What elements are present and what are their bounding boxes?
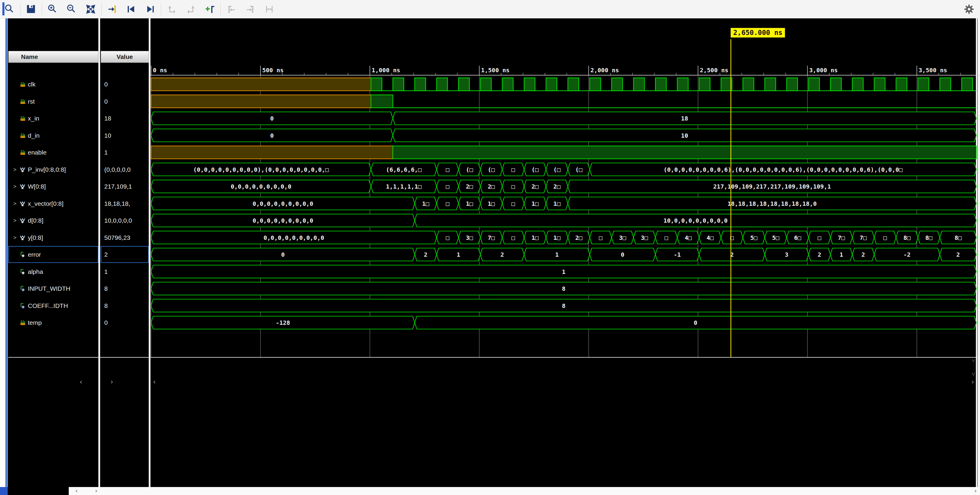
signal-value-INPUT_WIDTH[interactable]: 8 (101, 280, 149, 297)
toolbar-separator (101, 3, 102, 15)
signal-value-temp[interactable]: 0 (101, 314, 149, 331)
expand-icon[interactable]: > (12, 235, 18, 241)
bus-segment-label: □ (665, 234, 668, 241)
signal-row-error[interactable]: error (8, 246, 99, 263)
var-blue-icon (19, 303, 26, 309)
signal-row-P_inv[0:8,0:8][interactable]: >P_inv[0:8,0:8] (8, 161, 99, 178)
panel-accent-border (5, 18, 7, 487)
signal-value-error[interactable]: 2 (101, 246, 149, 263)
signal-row-y[0:8][interactable]: >y[0:8] (8, 229, 99, 246)
toolbar-separator (161, 3, 161, 15)
signal-name-label: clk (28, 81, 35, 88)
signal-value-enable[interactable]: 1 (101, 144, 149, 161)
signal-value-y[0:8][interactable]: 50796,23 (101, 229, 149, 246)
next-transition-icon[interactable] (141, 2, 160, 17)
signal-value-x_in[interactable]: 18 (101, 110, 149, 127)
bus-segment-label: 3□ (641, 234, 648, 241)
zoom-fit-icon[interactable] (81, 2, 100, 17)
bottom-scroll-right-icon[interactable]: › (94, 487, 98, 494)
scalar-high-segment (393, 146, 977, 159)
signal-value-d_in[interactable]: 10 (101, 127, 149, 144)
signal-value-list: 0018101(0,0,0,0,0217,109,118,18,18,10,0,… (101, 76, 149, 333)
signal-name-label: d_in (28, 132, 40, 139)
signal-row-x_vector[0:8][interactable]: >x_vector[0:8] (8, 195, 99, 212)
save-waveform-icon[interactable] (22, 2, 41, 17)
go-to-time-cursor-icon[interactable] (103, 2, 122, 17)
bus-segment-label: 0,0,0,0,0,0,0,0,0 (264, 234, 325, 241)
ruler-tick-label: 1,000 ns (372, 67, 400, 74)
expand-icon[interactable]: > (12, 183, 18, 190)
wave-scroll-left-icon[interactable]: ‹ (152, 378, 156, 386)
clock-high-pulse (918, 78, 929, 91)
waveform-canvas[interactable]: 0 ns500 ns1,000 ns1,500 ns2,000 ns2,500 … (151, 18, 980, 487)
toolbar-separator (20, 3, 21, 15)
signal-row-W[0:8][interactable]: >W[0:8] (8, 178, 99, 195)
panel-bottom-divider (8, 357, 978, 358)
wave-row-x_in: 018 (151, 112, 977, 125)
zoom-in-icon[interactable] (43, 2, 62, 17)
bus-segment-label: (6,6,6,6,□ (386, 166, 422, 173)
signal-value-W[0:8][interactable]: 217,109,1 (101, 178, 149, 195)
signal-value-d[0:8][interactable]: 10,0,0,0,0 (101, 212, 149, 229)
expand-icon[interactable]: > (12, 167, 18, 173)
signal-row-rst[interactable]: rst (8, 93, 99, 110)
name-scroll-right-icon[interactable]: › (110, 378, 114, 386)
signal-row-x_in[interactable]: x_in (8, 110, 99, 127)
bus-segment-label: □ (511, 183, 515, 190)
toolbar-separator (220, 3, 221, 15)
signal-row-d_in[interactable]: d_in (8, 127, 99, 144)
name-value-divider[interactable] (99, 18, 100, 487)
expand-icon[interactable]: > (12, 200, 18, 207)
add-marker-icon[interactable] (200, 2, 219, 17)
signal-row-temp[interactable]: temp (8, 314, 99, 331)
bus-segment-label: 0 (620, 251, 624, 258)
signal-name-list: clkrstx_ind_inenable>P_inv[0:8,0:8]>W[0:… (8, 76, 99, 333)
settings-gear-icon[interactable] (962, 2, 976, 16)
signal-row-enable[interactable]: enable (8, 144, 99, 161)
name-column-header[interactable]: Name (8, 51, 99, 63)
signal-row-clk[interactable]: clk (8, 76, 99, 93)
bottom-scroll-left-icon[interactable]: ‹ (75, 487, 78, 494)
signal-value-clk[interactable]: 0 (101, 76, 149, 93)
next-marker-icon (241, 2, 260, 17)
signal-value-label: 1 (104, 268, 108, 275)
signal-row-alpha[interactable]: alpha (8, 263, 99, 280)
bus-segment-label: (□ (488, 166, 495, 173)
signal-row-INPUT_WIDTH[interactable]: INPUT_WIDTH (8, 280, 99, 297)
bus-segment-label: 2□ (554, 183, 560, 190)
bus-segment-label: (□ (466, 166, 473, 173)
signal-value-alpha[interactable]: 1 (101, 263, 149, 280)
bus-segment-label: □ (511, 200, 515, 207)
value-column-header[interactable]: Value (101, 51, 149, 63)
bottom-strip (8, 487, 69, 495)
signal-value-x_vector[0:8][interactable]: 18,18,18, (101, 195, 149, 212)
clock-high-pulse (830, 78, 842, 91)
previous-transition-icon[interactable] (122, 2, 141, 17)
unknown-state-region (151, 146, 393, 159)
bottom-scroll-right-icon[interactable]: › (974, 487, 977, 494)
bus-segment-label: 1 (840, 251, 843, 258)
bus-segment-label: 8 (562, 302, 566, 309)
bus-segment-label: 6□ (794, 234, 801, 241)
waveform-svg[interactable]: 0 ns500 ns1,000 ns1,500 ns2,000 ns2,500 … (151, 18, 980, 487)
bus-segment-label: (□ (575, 166, 582, 173)
signal-value-P_inv[0:8,0:8][interactable]: (0,0,0,0,0 (101, 161, 149, 178)
bus-segment-label: 1□ (422, 200, 429, 207)
wave-scroll-right-icon[interactable]: › (970, 378, 975, 386)
cursor-time-label[interactable]: 2,650.000 ns (730, 28, 785, 38)
signal-value-COEFF...IDTH[interactable]: 8 (101, 297, 149, 314)
bus-segment-label: 3 (785, 251, 788, 258)
ruler-tick-label: 2,500 ns (700, 67, 728, 74)
scroll-down-icon[interactable]: ˅ (972, 357, 975, 364)
toolbar-separator (42, 3, 42, 15)
name-scroll-left-icon[interactable]: ‹ (79, 378, 83, 386)
bottom-scrollbar-track[interactable] (69, 487, 980, 495)
signal-value-rst[interactable]: 0 (101, 93, 149, 110)
zoom-out-icon[interactable] (62, 2, 81, 17)
expand-icon[interactable]: > (12, 217, 18, 224)
scroll-down-icon[interactable]: ˅ (972, 371, 975, 378)
signal-row-COEFF...IDTH[interactable]: COEFF...IDTH (8, 297, 99, 314)
clock-high-pulse (765, 78, 776, 91)
signal-row-d[0:8][interactable]: >d[0:8] (8, 212, 99, 229)
name-header-label: Name (9, 53, 38, 60)
